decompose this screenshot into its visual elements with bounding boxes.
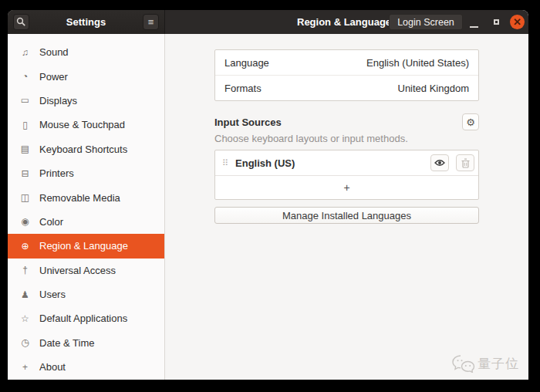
minimize-icon[interactable] — [470, 26, 478, 28]
accessibility-icon: † — [19, 265, 31, 275]
sidebar-item-removable-media[interactable]: ◫ Removable Media — [8, 185, 164, 209]
sidebar-item-users[interactable]: ♟ Users — [8, 282, 164, 306]
close-icon: ✕ — [513, 17, 521, 27]
sidebar-item-mouse-touchpad[interactable]: ▯ Mouse & Touchpad — [8, 113, 164, 137]
titlebar: Settings ≡ Region & Language Login Scree… — [8, 10, 528, 34]
language-label: Language — [224, 57, 269, 69]
main-headerbar: Region & Language Login Screen ✕ — [165, 10, 528, 34]
manage-installed-languages-button[interactable]: Manage Installed Languages — [214, 207, 479, 224]
watermark: 量子位 — [451, 354, 519, 373]
hamburger-icon: ≡ — [148, 17, 154, 27]
watermark-text: 量子位 — [478, 355, 519, 373]
sidebar-headerbar: Settings ≡ — [8, 10, 165, 34]
globe-icon: ⊕ — [19, 241, 31, 252]
search-icon — [16, 17, 26, 27]
sidebar-item-label: Default Applications — [39, 313, 127, 324]
language-value: English (United States) — [366, 57, 469, 69]
language-row[interactable]: Language English (United States) — [215, 50, 478, 75]
plus-icon: + — [343, 181, 349, 194]
sidebar-item-about[interactable]: + About — [8, 355, 164, 379]
sidebar-item-label: Keyboard Shortcuts — [39, 144, 127, 155]
window-body: ♫ Sound ◔ Power ▭ Displays ▯ Mouse & Tou… — [8, 34, 528, 380]
input-sources-list: ⠿ English (US) — [214, 150, 479, 200]
formats-value: United Kingdom — [398, 83, 470, 94]
language-formats-card: Language English (United States) Formats… — [214, 49, 479, 101]
formats-row[interactable]: Formats United Kingdom — [215, 75, 478, 100]
sidebar-item-label: Removable Media — [39, 192, 120, 204]
mouse-icon: ▯ — [19, 120, 31, 130]
menu-button[interactable]: ≡ — [143, 14, 159, 30]
maximize-icon[interactable] — [494, 19, 499, 25]
sidebar-item-displays[interactable]: ▭ Displays — [8, 89, 164, 113]
input-sources-options-button[interactable]: ⚙ — [462, 113, 479, 130]
sidebar-item-printers[interactable]: ⊟ Printers — [8, 161, 164, 185]
input-sources-header: Input Sources ⚙ — [214, 113, 479, 130]
add-input-source-button[interactable]: + — [215, 175, 478, 199]
input-source-name: English (US) — [235, 157, 424, 169]
printer-icon: ⊟ — [19, 168, 31, 179]
displays-icon: ▭ — [19, 95, 31, 106]
sidebar-item-power[interactable]: ◔ Power — [8, 64, 164, 88]
clock-icon: ◷ — [19, 337, 31, 348]
remove-source-button[interactable] — [456, 154, 474, 171]
login-screen-button[interactable]: Login Screen — [389, 14, 463, 30]
sidebar-item-label: Printers — [39, 167, 74, 179]
sidebar-item-universal-access[interactable]: † Universal Access — [8, 259, 164, 282]
sidebar-item-color[interactable]: ◉ Color — [8, 210, 164, 234]
settings-window: Settings ≡ Region & Language Login Scree… — [8, 10, 528, 380]
chat-bubbles-icon — [451, 354, 475, 373]
input-sources-title: Input Sources — [214, 117, 282, 128]
sidebar-item-default-applications[interactable]: ☆ Default Applications — [8, 306, 164, 330]
formats-label: Formats — [224, 83, 262, 94]
sound-icon: ♫ — [19, 47, 31, 58]
sidebar-item-sound[interactable]: ♫ Sound — [8, 40, 164, 64]
sidebar-item-label: Users — [39, 289, 66, 300]
sidebar-item-label: Date & Time — [39, 337, 95, 349]
sidebar-item-label: Mouse & Touchpad — [39, 119, 125, 130]
sidebar-item-region-language[interactable]: ⊕ Region & Language — [8, 234, 164, 258]
page-title: Region & Language — [297, 16, 391, 28]
sidebar-item-label: Region & Language — [39, 240, 128, 252]
input-sources-subtitle: Choose keyboard layouts or input methods… — [214, 133, 479, 144]
star-icon: ☆ — [19, 313, 31, 324]
sidebar-item-keyboard-shortcuts[interactable]: ▤ Keyboard Shortcuts — [8, 137, 164, 161]
sidebar-item-label: Power — [39, 71, 68, 83]
sidebar-item-label: About — [39, 361, 66, 373]
close-button[interactable]: ✕ — [510, 15, 525, 29]
trash-icon — [461, 158, 470, 168]
sidebar-item-label: Color — [39, 216, 63, 228]
search-button[interactable] — [13, 14, 29, 30]
sidebar-item-label: Displays — [39, 95, 77, 106]
window-title-settings: Settings — [66, 16, 106, 28]
users-icon: ♟ — [19, 289, 31, 300]
sidebar-item-label: Universal Access — [39, 265, 116, 276]
sidebar: ♫ Sound ◔ Power ▭ Displays ▯ Mouse & Tou… — [8, 34, 165, 380]
color-icon: ◉ — [19, 216, 31, 227]
eye-icon — [434, 159, 445, 167]
region-language-panel: Language English (United States) Formats… — [165, 34, 528, 380]
show-layout-button[interactable] — [430, 154, 449, 171]
sidebar-item-date-time[interactable]: ◷ Date & Time — [8, 331, 164, 355]
gear-icon: ⚙ — [466, 117, 475, 127]
power-icon: ◔ — [19, 71, 31, 82]
about-icon: + — [19, 362, 31, 373]
keyboard-icon: ▤ — [19, 144, 31, 154]
sidebar-item-label: Sound — [39, 46, 69, 58]
removable-media-icon: ◫ — [19, 192, 31, 203]
input-source-row[interactable]: ⠿ English (US) — [215, 150, 478, 175]
drag-handle-icon[interactable]: ⠿ — [222, 159, 228, 167]
